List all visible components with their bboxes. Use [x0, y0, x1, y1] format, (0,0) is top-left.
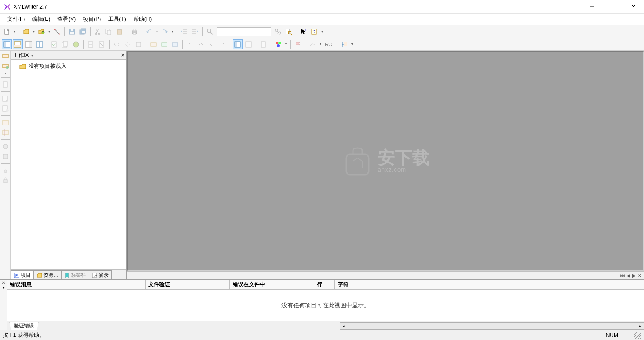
view-pane-4-button[interactable]	[34, 39, 44, 49]
hscroll-track[interactable]	[347, 322, 637, 330]
help-topics-button[interactable]: ?	[310, 27, 320, 37]
open-button[interactable]	[21, 27, 31, 37]
redo-dropdown[interactable]: ▾	[171, 29, 174, 34]
cut-button[interactable]	[93, 27, 103, 37]
tag-2-button[interactable]	[123, 39, 133, 49]
vtb-btn-1[interactable]	[1, 52, 10, 61]
menu-file[interactable]: 文件(F)	[4, 14, 29, 25]
copy-button[interactable]	[104, 27, 114, 37]
color-tool-dropdown[interactable]: ▾	[284, 42, 288, 46]
workspace-dropdown[interactable]: ▾	[29, 53, 35, 57]
menu-project[interactable]: 项目(P)	[79, 14, 105, 25]
undo-dropdown[interactable]: ▾	[155, 29, 159, 34]
print-button[interactable]	[129, 27, 139, 37]
hscroll-left-button[interactable]: ◂	[340, 322, 347, 330]
new-file-dropdown[interactable]: ▾	[13, 29, 16, 34]
nav-down-button[interactable]	[207, 39, 217, 49]
bottom-tab-validate-errors[interactable]: 验证错误	[9, 322, 39, 330]
color-tool-button[interactable]	[273, 39, 283, 49]
indent-button[interactable]	[190, 27, 200, 37]
editor-nav-prev[interactable]: ◀	[627, 273, 630, 278]
vtb-btn-9[interactable]	[1, 152, 10, 161]
bottom-panel-dropdown[interactable]: ▾	[3, 286, 5, 292]
col-line[interactable]: 行	[314, 280, 335, 289]
curve-dropdown[interactable]: ▾	[319, 42, 322, 46]
vtb-btn-3[interactable]	[1, 80, 10, 89]
open-project-button[interactable]	[37, 27, 47, 37]
ws-tab-summary[interactable]: 摘录	[89, 270, 112, 279]
vtb-btn-10[interactable]	[1, 166, 10, 175]
bottom-hscroll[interactable]: ◂ ▸	[340, 322, 644, 330]
element-1-button[interactable]	[148, 39, 158, 49]
vtb-btn-4[interactable]	[1, 94, 10, 103]
view-pane-1-button[interactable]	[2, 39, 12, 49]
save-all-button[interactable]	[78, 27, 88, 37]
col-file-verify[interactable]: 文件验证	[146, 280, 230, 289]
ws-tab-resource[interactable]: 资源…	[33, 270, 62, 279]
editor-nav-next[interactable]: ▶	[632, 273, 636, 278]
transform-button[interactable]	[86, 39, 96, 49]
find-next-button[interactable]	[273, 27, 283, 37]
link-button[interactable]	[52, 27, 62, 37]
element-3-button[interactable]	[170, 39, 180, 49]
workspace-tree[interactable]: 没有项目被载入	[11, 60, 126, 269]
transform-2-button[interactable]	[97, 39, 107, 49]
vtb-btn-2[interactable]	[1, 62, 10, 71]
open-project-dropdown[interactable]: ▾	[48, 29, 51, 34]
bottom-panel-close-button[interactable]: ×	[2, 280, 5, 286]
find-in-files-button[interactable]	[284, 27, 294, 37]
nav-up-button[interactable]	[196, 39, 206, 49]
maximize-button[interactable]	[602, 0, 623, 14]
tree-view-button[interactable]	[339, 39, 349, 49]
ws-tab-project[interactable]: P 项目	[11, 270, 34, 279]
toggle-2-button[interactable]	[243, 39, 253, 49]
nav-prev-button[interactable]	[185, 39, 195, 49]
open-dropdown[interactable]: ▾	[32, 29, 36, 34]
vtb-dropdown-1[interactable]: ▸	[5, 72, 6, 75]
menu-edit[interactable]: 编辑(E)	[29, 14, 54, 25]
editor-nav-first[interactable]: ⏮	[620, 273, 625, 278]
view-pane-3-button[interactable]	[24, 39, 33, 49]
curve-button[interactable]	[308, 39, 318, 49]
validate-all-button[interactable]	[60, 39, 70, 49]
hscroll-right-button[interactable]: ▸	[637, 322, 644, 330]
vtb-btn-11[interactable]	[1, 176, 10, 185]
editor-nav-close[interactable]: ✕	[638, 273, 641, 278]
flag-button[interactable]	[293, 39, 303, 49]
outdent-button[interactable]	[179, 27, 189, 37]
wellformed-button[interactable]	[71, 39, 81, 49]
view-pane-2-button[interactable]	[13, 39, 23, 49]
resize-grip[interactable]	[634, 332, 641, 339]
ws-tab-bookmark[interactable]: 标签栏	[61, 270, 89, 279]
col-error-msg[interactable]: 错误消息	[7, 280, 146, 289]
vtb-btn-8[interactable]	[1, 142, 10, 151]
editor-canvas[interactable]: 安下载 anxz.com	[127, 51, 644, 271]
tree-view-dropdown[interactable]: ▾	[350, 42, 354, 46]
tree-root-node[interactable]: 没有项目被载入	[13, 62, 124, 71]
vtb-btn-7[interactable]	[1, 128, 10, 137]
help-dropdown[interactable]: ▾	[320, 29, 324, 34]
paste-button[interactable]	[114, 27, 124, 37]
menu-tools[interactable]: 工具(T)	[105, 14, 129, 25]
validate-button[interactable]	[49, 39, 59, 49]
workspace-close-button[interactable]: ×	[119, 52, 126, 58]
tag-3-button[interactable]	[134, 39, 143, 49]
new-file-button[interactable]	[2, 27, 12, 37]
close-button[interactable]	[623, 0, 644, 14]
tag-insert-button[interactable]	[112, 39, 122, 49]
menu-help[interactable]: 帮助(H)	[130, 14, 156, 25]
undo-button[interactable]	[144, 27, 154, 37]
doc-button[interactable]	[258, 39, 268, 49]
col-error-in-file[interactable]: 错误在文件中	[230, 280, 314, 289]
save-button[interactable]	[67, 27, 77, 37]
vtb-btn-6[interactable]	[1, 118, 10, 127]
element-2-button[interactable]	[159, 39, 169, 49]
help-pointer-button[interactable]: ?	[299, 27, 309, 37]
menu-view[interactable]: 查看(V)	[54, 14, 79, 25]
find-combo[interactable]	[217, 27, 271, 36]
vtb-btn-5[interactable]	[1, 104, 10, 113]
nav-next-button[interactable]	[218, 39, 228, 49]
toggle-pane-button[interactable]	[233, 39, 243, 49]
col-char[interactable]: 字符	[335, 280, 361, 289]
minimize-button[interactable]	[582, 0, 602, 14]
